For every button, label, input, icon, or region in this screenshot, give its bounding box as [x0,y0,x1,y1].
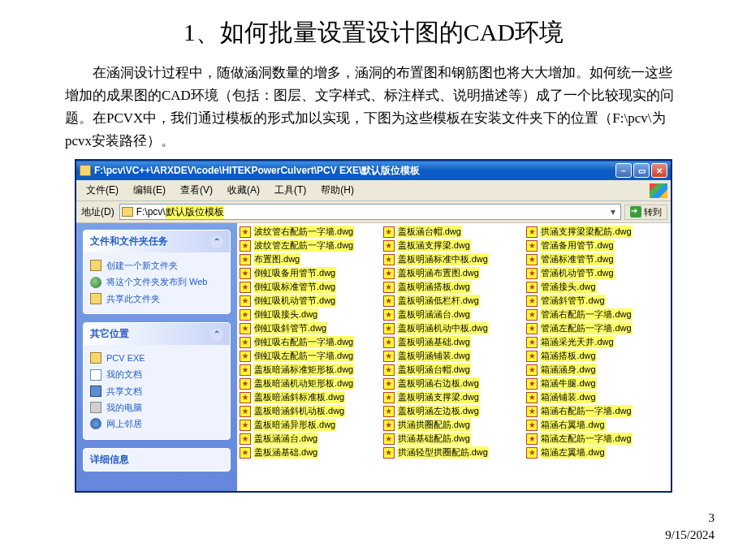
file-item[interactable]: 盖板明涵标准中板.dwg [382,252,526,266]
place-my-computer[interactable]: 我的电脑 [90,399,223,416]
file-item[interactable]: 拱涵轻型拱圈配筋.dwg [382,446,526,459]
file-name: 盖板暗涵异形板.dwg [253,419,336,431]
file-item[interactable]: 管涵左配筋一字墙.dwg [525,321,669,335]
file-item[interactable]: 盖板暗涵斜机动板.dwg [239,404,382,418]
file-item[interactable]: 倒虹吸标准管节.dwg [239,280,382,294]
file-item[interactable]: 管涵备用管节.dwg [525,239,669,252]
place-shared-documents[interactable]: 共享文档 [90,383,223,399]
file-item[interactable]: 盖板明涵搭板.dwg [382,280,526,294]
file-item[interactable]: 箱涵铺装.dwg [525,390,669,404]
file-item[interactable]: 盖板明涵低栏杆.dwg [382,294,526,308]
file-item[interactable]: 盖板明涵台帽.dwg [382,363,526,377]
menu-view[interactable]: 查看(V) [174,182,219,199]
file-item[interactable]: 倒虹吸斜管节.dwg [239,321,382,335]
tasks-header[interactable]: 文件和文件夹任务 ⌃ [84,230,230,252]
file-item[interactable]: 倒虹吸机动管节.dwg [239,294,382,308]
dwg-file-icon [526,378,538,390]
dwg-file-icon [240,378,251,390]
file-name: 拱涵拱圈配筋.dwg [397,419,471,431]
file-item[interactable]: 箱涵涵身.dwg [525,363,669,377]
menu-tools[interactable]: 工具(T) [268,182,313,199]
menu-file[interactable]: 文件(E) [80,182,125,199]
file-item[interactable]: 箱涵牛腿.dwg [525,377,669,390]
go-button[interactable]: 转到 [624,205,667,220]
file-item[interactable]: 倒虹吸左配筋一字墙.dwg [239,349,382,363]
file-item[interactable]: 盖板暗涵机动矩形板.dwg [239,377,382,390]
file-item[interactable]: 管涵接头.dwg [525,280,669,294]
computer-icon [90,402,101,413]
file-item[interactable]: 波纹管左配筋一字墙.dwg [239,239,382,252]
file-item[interactable]: 管涵机动管节.dwg [525,266,669,280]
file-item[interactable]: 箱涵右翼墙.dwg [525,418,669,432]
task-share-folder[interactable]: 共享此文件夹 [90,291,223,307]
file-item[interactable]: 盖板明涵左边板.dwg [382,404,526,418]
other-places-header[interactable]: 其它位置 ⌃ [84,323,230,345]
dwg-file-icon [526,337,538,348]
dwg-file-icon [526,392,538,403]
file-item[interactable]: 箱涵搭板.dwg [525,349,669,363]
file-item[interactable]: 箱涵采光天井.dwg [525,335,669,349]
file-item[interactable]: 盖板暗涵标准矩形板.dwg [239,363,382,377]
close-button[interactable]: ✕ [651,163,667,178]
address-label: 地址(D) [80,205,116,219]
file-item[interactable]: 管涵右配筋一字墙.dwg [525,308,669,321]
dwg-file-icon [240,323,251,334]
files-pane[interactable]: 波纹管右配筋一字墙.dwg波纹管左配筋一字墙.dwg布置图.dwg倒虹吸备用管节… [237,223,671,491]
file-item[interactable]: 拱涵拱圈配筋.dwg [382,418,526,432]
file-item[interactable]: 波纹管右配筋一字墙.dwg [239,225,382,239]
file-item[interactable]: 倒虹吸右配筋一字墙.dwg [239,335,382,349]
file-item[interactable]: 箱涵右配筋一字墙.dwg [525,404,669,418]
dwg-file-icon [526,240,538,252]
chevron-down-icon[interactable]: ▾ [607,206,619,218]
dwg-file-icon [240,226,251,238]
other-places-panel: 其它位置 ⌃ PCV EXE 我的文档 共享文档 [83,322,231,439]
file-item[interactable]: 盖板明涵铺装.dwg [382,349,526,363]
file-item[interactable]: 盖板明涵机动中板.dwg [382,321,526,335]
file-item[interactable]: 盖板涵支撑梁.dwg [382,239,526,252]
details-header[interactable]: 详细信息 [84,449,230,471]
file-item[interactable]: 盖板涵基础.dwg [239,446,382,459]
file-name: 盖板明涵搭板.dwg [397,281,471,293]
file-item[interactable]: 盖板暗涵异形板.dwg [239,418,382,432]
file-item[interactable]: 倒虹吸备用管节.dwg [239,266,382,280]
file-name: 倒虹吸左配筋一字墙.dwg [253,350,354,362]
file-item[interactable]: 盖板明涵布置图.dwg [382,266,526,280]
place-label: PCV EXE [106,352,145,364]
place-my-documents[interactable]: 我的文档 [90,366,223,382]
file-item[interactable]: 盖板明涵右边板.dwg [382,377,526,390]
place-pcv-exe[interactable]: PCV EXE [90,350,223,366]
menu-favorites[interactable]: 收藏(A) [221,182,266,199]
file-item[interactable]: 盖板暗涵斜标准板.dwg [239,390,382,404]
chevron-up-icon[interactable]: ⌃ [210,235,223,248]
file-item[interactable]: 倒虹吸接头.dwg [239,308,382,321]
file-item[interactable]: 布置图.dwg [239,252,382,266]
file-item[interactable]: 管涵标准管节.dwg [525,252,669,266]
titlebar: F:\pcv\VC++\ARXDEV\code\HITEKPowerCulver… [76,161,671,180]
maximize-button[interactable]: ▭ [633,163,650,178]
file-item[interactable]: 盖板涵台帽.dwg [382,225,526,239]
file-item[interactable]: 箱涵左翼墙.dwg [525,446,669,459]
network-icon [90,418,101,429]
menu-help[interactable]: 帮助(H) [314,182,361,199]
file-item[interactable]: 箱涵左配筋一字墙.dwg [525,432,669,446]
menu-edit[interactable]: 编辑(E) [127,182,172,199]
chevron-up-icon[interactable]: ⌃ [210,328,223,341]
file-item[interactable]: 拱涵基础配筋.dwg [382,432,526,446]
dwg-file-icon [383,309,395,321]
task-new-folder[interactable]: 创建一个新文件夹 [90,257,223,274]
titlebar-text: F:\pcv\VC++\ARXDEV\code\HITEKPowerCulver… [94,164,615,178]
file-item[interactable]: 盖板明涵支撑梁.dwg [382,390,526,404]
place-network[interactable]: 网上邻居 [90,416,223,432]
address-field[interactable]: F:\pcv\默认版位模板 ▾ [119,204,621,220]
file-name: 箱涵铺装.dwg [540,391,596,403]
body-paragraph: 在涵洞设计过程中，随做涵洞数量的增多，涵洞的布置图和钢筋图也将大大增加。如何统一… [0,62,747,159]
task-publish-web[interactable]: 将这个文件夹发布到 Web [90,274,223,290]
minimize-button[interactable]: – [615,163,632,178]
file-item[interactable]: 盖板明涵基础.dwg [382,335,526,349]
file-item[interactable]: 管涵斜管节.dwg [525,294,669,308]
file-item[interactable]: 盖板涵涵台.dwg [239,432,382,446]
file-item[interactable]: 盖板明涵涵台.dwg [382,308,526,321]
file-name: 波纹管左配筋一字墙.dwg [253,239,354,252]
file-item[interactable]: 拱涵支撑梁梁配筋.dwg [525,225,669,239]
file-name: 盖板明涵台帽.dwg [397,364,471,376]
